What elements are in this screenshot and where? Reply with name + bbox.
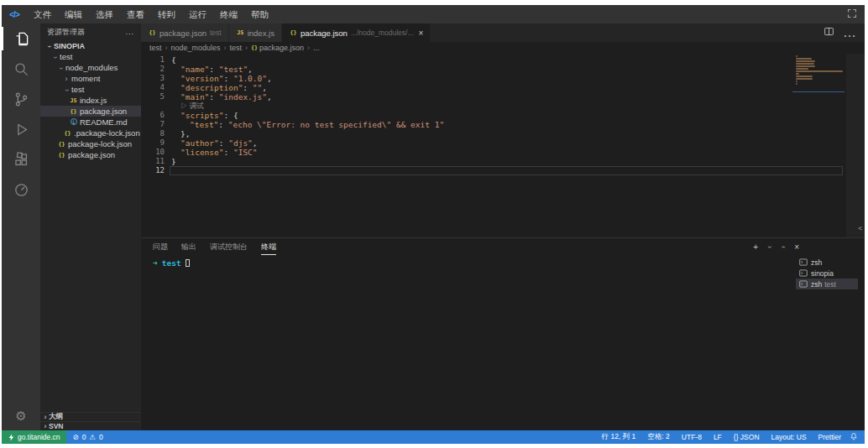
tree-item-moment[interactable]: ›moment (40, 73, 141, 84)
line-number (141, 102, 165, 111)
menu-item-2[interactable]: 选择 (89, 5, 120, 23)
terminal-list-item-2[interactable]: zshtest (796, 279, 858, 289)
tree-item-test[interactable]: ›test (40, 84, 141, 95)
notifications-bell-icon[interactable] (850, 432, 865, 442)
line-number: 3 (141, 74, 165, 83)
editor-tab-index.js[interactable]: JSindex.js (229, 23, 282, 42)
tab-label: package.json (159, 29, 207, 38)
maximize-panel-icon[interactable]: › (779, 244, 787, 251)
terminal-list-item-0[interactable]: zsh (796, 257, 858, 268)
tree-item-label: node_modules (65, 63, 118, 72)
editor-tab-package.json[interactable]: {}package.json.../node_modules/...× (282, 23, 431, 42)
sidebar-bottom-sections: ›大纲›SVN (40, 412, 141, 430)
code-line: 10"license": "ISC" (141, 148, 865, 157)
breadcrumb-item[interactable]: test (230, 44, 243, 52)
menu-item-3[interactable]: 查看 (120, 5, 151, 23)
expand-window-icon[interactable] (839, 7, 865, 22)
tree-item-package-lock.json[interactable]: {}package-lock.json (40, 138, 141, 149)
problems-status[interactable]: ⊘ 0 ⚠ 0 (66, 433, 110, 441)
code-text: "version": "1.0.0", (180, 74, 272, 83)
terminal-list-item-1[interactable]: sinopia (796, 268, 858, 279)
menu-item-7[interactable]: 帮助 (244, 5, 275, 23)
json-file-icon: {} (251, 44, 258, 51)
section-label: 大纲 (49, 412, 63, 422)
breadcrumb-item[interactable]: test (149, 44, 162, 52)
section-SVN[interactable]: ›SVN (40, 421, 141, 430)
menubar: 文件编辑选择查看转到运行终端帮助 (27, 5, 275, 23)
tree-item-package.json[interactable]: {}package.json (40, 106, 141, 117)
minimap-line (796, 78, 813, 80)
menu-item-1[interactable]: 编辑 (58, 5, 89, 23)
sidebar-title: 资源管理器 (47, 27, 85, 38)
layout[interactable]: Layout: US (771, 433, 807, 441)
tree-item-index.js[interactable]: JSindex.js (40, 95, 141, 106)
tree-item-.package-lock.json[interactable]: {}.package-lock.json (40, 128, 141, 138)
source-control-icon[interactable] (2, 84, 40, 114)
breadcrumb-item[interactable]: ... (313, 44, 320, 52)
formatter[interactable]: Prettier (818, 433, 841, 441)
minimap-line (796, 83, 797, 85)
section-大纲[interactable]: ›大纲 (40, 412, 141, 421)
gauge-icon[interactable] (2, 175, 40, 205)
encoding[interactable]: UTF-8 (682, 433, 702, 441)
panel-tab-终端[interactable]: 终端 (261, 239, 276, 255)
line-number: 10 (141, 148, 165, 157)
panel-toolbar: + › › × (753, 242, 865, 252)
menu-item-5[interactable]: 运行 (182, 5, 213, 23)
panel-tab-输出[interactable]: 输出 (181, 239, 196, 255)
vscode-window: </> 文件编辑选择查看转到运行终端帮助 ⚙ 资源管理器 ... ›SINOPI… (2, 5, 865, 444)
tab-hint: test (210, 29, 222, 37)
breadcrumb-item[interactable]: node_modules (171, 44, 221, 52)
tree-item-SINOPIA[interactable]: ›SINOPIA (40, 40, 141, 51)
breadcrumb-item[interactable]: {}package.json (251, 44, 304, 52)
menu-item-0[interactable]: 文件 (27, 5, 58, 23)
debug-codelens[interactable]: ▷ 调试 (180, 102, 204, 111)
tree-item-test[interactable]: ›test (40, 51, 141, 62)
tab-label: index.js (248, 29, 275, 38)
manage-gear-icon[interactable]: ⚙ (2, 400, 40, 430)
editor-more-actions-icon[interactable]: … (843, 25, 856, 40)
eol[interactable]: LF (714, 433, 722, 441)
close-panel-icon[interactable]: × (794, 242, 799, 252)
panel-tab-问题[interactable]: 问题 (153, 239, 168, 255)
status-bar: go.titanide.cn ⊘ 0 ⚠ 0 行 12, 列 1空格: 2UTF… (2, 430, 865, 444)
minimap[interactable] (796, 55, 844, 86)
breadcrumb-label: test (230, 44, 243, 52)
statusbar-right: 行 12, 列 1空格: 2UTF-8LF{} JSONLayout: USPr… (602, 432, 850, 442)
tree-item-README.md[interactable]: iREADME.md (40, 117, 141, 128)
tree-item-node_modules[interactable]: ›node_modules (40, 62, 141, 73)
search-icon[interactable] (2, 54, 40, 84)
app-logo-icon: </> (2, 10, 27, 19)
menu-item-6[interactable]: 终端 (213, 5, 244, 23)
code-editor[interactable]: 1{2"name": "test",3"version": "1.0.0",4"… (141, 54, 865, 237)
language-mode[interactable]: {} JSON (734, 433, 760, 441)
extensions-icon[interactable] (2, 144, 40, 175)
bottom-panel: 问题输出调试控制台终端 + › › × ➜test zshsinopiazsht… (141, 237, 865, 430)
js-file-icon: JS (69, 97, 78, 104)
terminal-dropdown-icon[interactable]: › (766, 244, 774, 251)
cursor-position[interactable]: 行 12, 列 1 (602, 432, 636, 442)
code-line: 8}, (141, 129, 865, 138)
explorer-icon[interactable] (2, 23, 40, 54)
panel-tab-调试控制台[interactable]: 调试控制台 (210, 239, 248, 255)
sidebar-more-actions-icon[interactable]: ... (125, 28, 134, 36)
info-file-icon: i (69, 118, 78, 126)
run-and-debug-icon[interactable] (2, 114, 40, 144)
indentation[interactable]: 空格: 2 (647, 432, 669, 442)
file-tree: ›SINOPIA›test›node_modules›moment›testJS… (40, 40, 141, 412)
new-terminal-icon[interactable]: + (753, 242, 758, 252)
minimap-line (796, 68, 808, 70)
current-line-highlight (170, 166, 843, 175)
chevron-right-icon: › (42, 422, 49, 430)
editor-tab-package.json[interactable]: {}package.jsontest (141, 23, 229, 42)
menu-item-4[interactable]: 转到 (151, 5, 182, 23)
remote-indicator[interactable]: go.titanide.cn (2, 430, 66, 444)
code-line: ▷ 调试 (141, 102, 865, 111)
terminal-output[interactable]: ➜test (141, 255, 796, 430)
editor-scrollbar[interactable] (846, 54, 865, 237)
tree-item-package.json[interactable]: {}package.json (40, 149, 141, 160)
titlebar: </> 文件编辑选择查看转到运行终端帮助 (2, 5, 865, 23)
json-file-icon: {} (63, 130, 72, 137)
close-tab-icon[interactable]: × (419, 29, 424, 38)
split-editor-icon[interactable] (824, 25, 834, 40)
